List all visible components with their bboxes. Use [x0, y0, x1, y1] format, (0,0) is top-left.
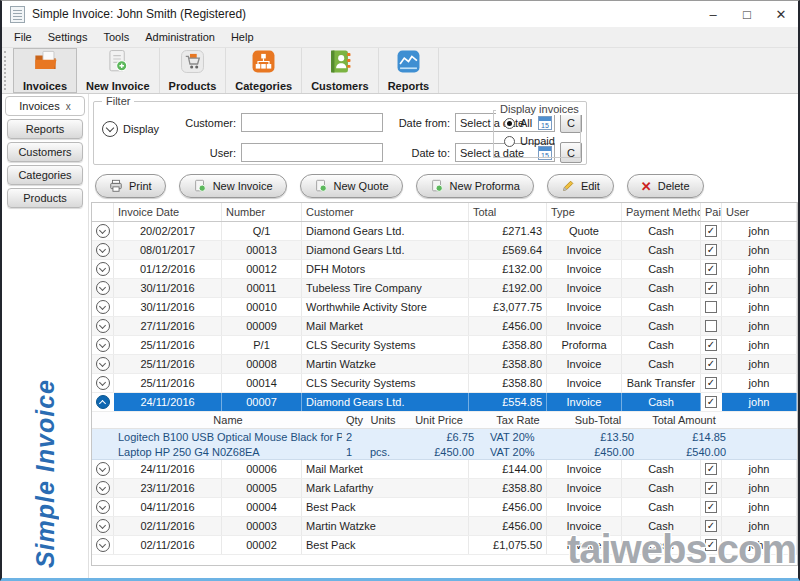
header-total[interactable]: Total	[469, 203, 547, 221]
header-number[interactable]: Number	[222, 203, 302, 221]
cell-invoice-date: 08/01/2017	[114, 241, 222, 259]
paid-checkbox[interactable]	[701, 241, 722, 259]
table-row[interactable]: 08/01/201700013Diamond Gears Ltd.£569.64…	[92, 241, 797, 260]
categories-icon	[250, 48, 277, 79]
row-expand-button[interactable]	[92, 355, 114, 373]
detail-qty: 1	[342, 446, 366, 458]
tab-close-icon[interactable]: x	[66, 101, 71, 112]
watermark: taiwebs.com	[567, 527, 796, 572]
header-user[interactable]: User	[722, 203, 797, 221]
maximize-button[interactable]: □	[730, 1, 764, 27]
delete-button[interactable]: ✕ Delete	[627, 174, 704, 198]
row-expand-button[interactable]	[92, 222, 114, 240]
menu-file[interactable]: File	[6, 27, 40, 47]
toolbar-reports-button[interactable]: Reports	[379, 48, 440, 93]
header-payment-method[interactable]: Payment Method	[622, 203, 701, 221]
toolbar-new-invoice-button[interactable]: New Invoice	[77, 48, 160, 93]
menu-settings[interactable]: Settings	[40, 27, 96, 47]
table-row[interactable]: 24/11/201600006Mail Market£144.00Invoice…	[92, 460, 797, 479]
paid-checkbox[interactable]	[701, 317, 722, 335]
edit-button[interactable]: Edit	[547, 174, 614, 198]
header-paid[interactable]: Paid	[701, 203, 722, 221]
toolbar-products-button[interactable]: Products	[160, 48, 227, 93]
customer-input[interactable]	[241, 113, 383, 132]
sidebar: Invoices x Reports Customers Categories …	[2, 94, 88, 578]
menu-administration[interactable]: Administration	[137, 27, 223, 47]
header-type[interactable]: Type	[547, 203, 622, 221]
row-expand-button[interactable]	[92, 536, 114, 554]
toolbar-customers-button[interactable]: Customers	[302, 48, 378, 93]
sidebar-tab-products[interactable]: Products	[7, 188, 83, 208]
paid-checkbox[interactable]	[701, 479, 722, 497]
chevron-down-icon	[106, 124, 114, 132]
sidebar-tab-invoices[interactable]: Invoices x	[5, 96, 85, 116]
row-expand-button[interactable]	[92, 279, 114, 297]
print-button[interactable]: Print	[95, 174, 166, 198]
toolbar-categories-button[interactable]: Categories	[226, 48, 302, 93]
table-row[interactable]: 30/11/201600011Tubeless Tire Company£192…	[92, 279, 797, 298]
radio-all-icon[interactable]	[504, 118, 515, 129]
paid-checkbox[interactable]	[701, 279, 722, 297]
table-row[interactable]: 30/11/201600010Worthwhile Activity Store…	[92, 298, 797, 317]
delete-x-icon: ✕	[641, 179, 652, 194]
header-invoice-date[interactable]: Invoice Date	[114, 203, 222, 221]
display-toggle-button[interactable]	[102, 121, 118, 137]
paid-checkbox[interactable]	[701, 460, 722, 478]
table-row[interactable]: 20/02/2017Q/1Diamond Gears Ltd.£271.43Qu…	[92, 222, 797, 241]
paid-checkbox[interactable]	[701, 393, 722, 411]
new-quote-button[interactable]: New Quote	[300, 174, 403, 198]
paid-checkbox[interactable]	[701, 355, 722, 373]
table-row[interactable]: 01/12/201600012DFH Motors£132.00InvoiceC…	[92, 260, 797, 279]
sidebar-tab-reports[interactable]: Reports	[7, 119, 83, 139]
row-expand-button[interactable]	[92, 260, 114, 278]
cell-customer: Mail Market	[302, 317, 469, 335]
detail-row[interactable]: Logitech B100 USB Optical Mouse Black fo…	[92, 429, 797, 444]
paid-checkbox[interactable]	[701, 298, 722, 316]
toolbar-grip[interactable]	[4, 51, 11, 90]
radio-unpaid[interactable]: Unpaid	[504, 135, 580, 147]
close-button[interactable]: ✕	[764, 1, 798, 27]
row-expand-button[interactable]	[92, 374, 114, 392]
user-input[interactable]	[241, 143, 383, 162]
toolbar-invoices-button[interactable]: Invoices	[13, 48, 77, 93]
table-row[interactable]: 25/11/201600008Martin Watzke£358.80Invoi…	[92, 355, 797, 374]
table-row[interactable]: 23/11/201600005Mark Lafarthy£358.80Invoi…	[92, 479, 797, 498]
paid-checkbox[interactable]	[701, 222, 722, 240]
detail-header-2: Units	[366, 414, 400, 426]
table-row[interactable]: 24/11/201600007Diamond Gears Ltd.£554.85…	[92, 393, 797, 412]
table-row[interactable]: 25/11/201600014CLS Security Systems£358.…	[92, 374, 797, 393]
menu-tools[interactable]: Tools	[95, 27, 137, 47]
row-expand-button[interactable]	[92, 460, 114, 478]
paid-checkbox[interactable]	[701, 374, 722, 392]
row-expand-button[interactable]	[92, 298, 114, 316]
new-invoice-button[interactable]: New Invoice	[179, 174, 287, 198]
row-expand-button[interactable]	[92, 317, 114, 335]
radio-unpaid-icon[interactable]	[504, 136, 515, 147]
cell-invoice-date: 25/11/2016	[114, 374, 222, 392]
sidebar-tab-categories[interactable]: Categories	[7, 165, 83, 185]
row-expand-button[interactable]	[92, 479, 114, 497]
row-expand-button[interactable]	[92, 517, 114, 535]
minimize-button[interactable]: –	[696, 1, 730, 27]
row-expand-button[interactable]	[92, 498, 114, 516]
radio-all[interactable]: All	[504, 117, 580, 129]
paid-checkbox[interactable]	[701, 260, 722, 278]
cell-number: 00014	[222, 374, 302, 392]
paid-checkbox[interactable]	[701, 498, 722, 516]
menu-help[interactable]: Help	[223, 27, 262, 47]
detail-row[interactable]: Laptop HP 250 G4 N0Z68EA1pcs.£450.00VAT …	[92, 444, 797, 459]
cell-invoice-date: 24/11/2016	[114, 460, 222, 478]
cell-customer: Worthwhile Activity Store	[302, 298, 469, 316]
row-expand-button[interactable]	[92, 393, 114, 411]
radio-all-label: All	[520, 117, 532, 129]
row-expand-button[interactable]	[92, 241, 114, 259]
sidebar-tab-customers[interactable]: Customers	[7, 142, 83, 162]
table-row[interactable]: 04/11/201600004Best Pack£456.00InvoiceCa…	[92, 498, 797, 517]
row-expand-button[interactable]	[92, 336, 114, 354]
table-row[interactable]: 27/11/201600009Mail Market£456.00Invoice…	[92, 317, 797, 336]
cell-type: Invoice	[547, 393, 622, 411]
new-proforma-button[interactable]: New Proforma	[416, 174, 534, 198]
table-row[interactable]: 25/11/2016P/1CLS Security Systems£358.80…	[92, 336, 797, 355]
header-customer[interactable]: Customer	[302, 203, 469, 221]
paid-checkbox[interactable]	[701, 336, 722, 354]
